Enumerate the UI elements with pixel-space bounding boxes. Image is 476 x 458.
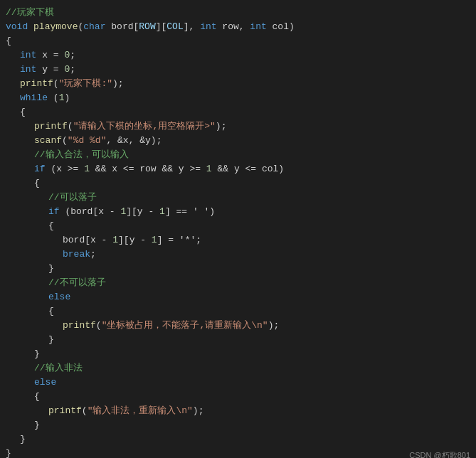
code-line: } [0,418,476,432]
code-line: { [0,105,476,119]
token: x = [36,48,64,63]
token: ] = ' [157,233,185,247]
code-line: printf("玩家下棋:"); [0,77,476,91]
token [28,20,33,34]
token: *'; [185,233,201,247]
token: (bord[x - [60,205,121,219]
code-line: //输入合法，可以输入 [0,148,476,162]
token: int [20,48,36,63]
token: 1 [206,162,212,176]
token: && x <= row && y >= [90,162,206,176]
token: 0 [64,48,70,63]
code-line: else [0,376,476,390]
code-line: //输入非法 [0,361,476,376]
token: ( [78,20,83,34]
token: char [83,20,105,34]
token: printf [34,119,68,134]
token: else [34,376,56,390]
token: ( [82,404,88,418]
code-line: break; [0,247,476,262]
token: } [20,432,26,447]
token: else [48,290,70,304]
token: bord[x - [63,233,112,247]
token: { [48,304,54,319]
code-lines: //玩家下棋void playmove(char bord[ROW][COL],… [0,6,476,458]
token: { [48,219,54,233]
token: 1 [112,233,118,247]
watermark: CSDN @朽歌801 [409,450,470,458]
token: ( [62,134,68,148]
token: 1 [84,162,90,176]
token: y = [36,63,64,77]
token: { [6,34,11,48]
token: void [6,20,28,34]
code-line: int x = 0; [0,48,476,63]
code-line: { [0,304,476,319]
token: 1 [120,205,126,219]
token: } [6,447,11,458]
token: printf [63,319,96,333]
token: } [34,418,40,432]
code-line: if (x >= 1 && x <= row && y >= 1 && y <=… [0,162,476,176]
token: { [34,176,40,191]
token: col) [267,20,295,34]
token: (x >= [46,162,85,176]
code-line: else [0,290,476,304]
token: row, [217,20,250,34]
token: ], [184,20,200,34]
code-line: while (1) [0,91,476,105]
token: ); [112,77,124,91]
token: printf [48,404,82,418]
token: ( [48,91,59,105]
token: int [250,20,266,34]
token: bord[ [105,20,139,34]
token: if [34,162,46,176]
token: 1 [159,205,165,219]
token: "输入非法，重新输入\n" [88,404,193,418]
token: //玩家下棋 [6,6,54,20]
code-line: } [0,347,476,361]
token: ][ [156,20,167,34]
token: ; [70,63,75,77]
token: if [48,205,60,219]
token: { [20,105,26,119]
token: //输入合法，可以输入 [34,148,129,162]
token: ; [90,247,96,262]
token: 1 [152,233,157,247]
code-line: { [0,219,476,233]
token: int [200,20,216,34]
token: ') [199,205,215,219]
code-line: { [0,176,476,191]
token: ; [70,48,75,63]
code-line: } [0,432,476,447]
token: ) [64,91,70,105]
token: "请输入下棋的坐标,用空格隔开>" [73,119,216,134]
code-line: { [0,34,476,48]
code-line: if (bord[x - 1][y - 1] == ' ') [0,205,476,219]
token: ] == ' [165,205,199,219]
code-container: //玩家下棋void playmove(char bord[ROW][COL],… [0,0,476,458]
token: COL [166,20,183,34]
token: ( [96,319,102,333]
token: playmove [33,20,78,34]
code-line: { [0,390,476,404]
code-line: } [0,262,476,276]
token: while [20,91,48,105]
token: break [63,247,90,262]
token: "坐标被占用，不能落子,请重新输入\n" [102,319,268,333]
token: ); [268,319,280,333]
token: 0 [64,63,70,77]
token: 1 [59,91,65,105]
token: "玩家下棋:" [59,77,112,91]
token: //不可以落子 [48,276,106,290]
token: ][y - [118,233,152,247]
token: , &x, &y); [106,134,162,148]
token: "%d %d" [68,134,107,148]
token: ); [193,404,204,418]
code-line: //可以落子 [0,191,476,205]
token: ( [53,77,59,91]
code-line: void playmove(char bord[ROW][COL], int r… [0,20,476,34]
code-line: } [0,333,476,347]
token: } [48,262,54,276]
code-line: printf("输入非法，重新输入\n"); [0,404,476,418]
